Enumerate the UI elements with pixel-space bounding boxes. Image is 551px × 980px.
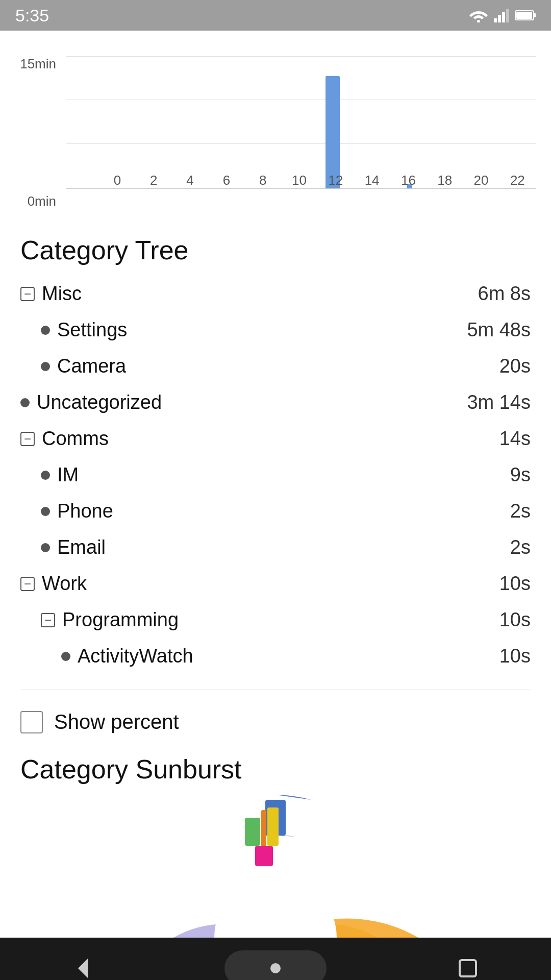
sunburst-chart <box>20 795 531 938</box>
svg-rect-4 <box>506 9 509 22</box>
tree-label-work: Work <box>42 573 87 595</box>
tree-row-programming[interactable]: Programming 10s <box>20 602 531 638</box>
tree-row-comms[interactable]: Comms 14s <box>20 421 531 457</box>
tree-row-phone: Phone 2s <box>20 493 531 529</box>
category-tree-section: Category Tree Misc 6m 8s Settings 5m 48s… <box>0 225 551 684</box>
signal-icon <box>494 8 509 22</box>
tree-label-settings: Settings <box>57 319 127 341</box>
nav-bar <box>0 938 551 980</box>
x-label-12: 12 <box>328 173 343 188</box>
sunburst-title: Category Sunburst <box>20 754 531 785</box>
svg-rect-3 <box>502 12 505 22</box>
svg-marker-14 <box>78 958 88 978</box>
show-percent-label: Show percent <box>54 710 179 733</box>
divider <box>20 690 531 690</box>
sunburst-section: Category Sunburst <box>0 749 551 938</box>
tree-value-programming: 10s <box>499 609 531 631</box>
tree-row-activitywatch: ActivityWatch 10s <box>20 638 531 674</box>
bullet-camera <box>41 362 50 371</box>
tree-value-settings: 5m 48s <box>467 319 531 341</box>
tree-label-im: IM <box>57 464 79 486</box>
tree-value-comms: 14s <box>499 428 531 450</box>
status-time: 5:35 <box>15 6 49 26</box>
tree-value-activitywatch: 10s <box>499 645 531 667</box>
tree-label-comms: Comms <box>42 428 109 450</box>
nav-home-button[interactable] <box>224 950 327 980</box>
tree-row-uncategorized: Uncategorized 3m 14s <box>20 384 531 421</box>
tree-label-phone: Phone <box>57 500 113 522</box>
x-label-14: 14 <box>365 173 380 188</box>
tree-row-misc[interactable]: Misc 6m 8s <box>20 276 531 312</box>
svg-rect-10 <box>245 818 260 846</box>
svg-rect-13 <box>255 846 273 866</box>
svg-rect-11 <box>261 810 266 848</box>
tree-value-misc: 6m 8s <box>478 283 531 305</box>
tree-label-activitywatch: ActivityWatch <box>78 645 193 667</box>
svg-point-0 <box>477 20 480 22</box>
bullet-settings <box>41 326 50 335</box>
nav-back-button[interactable] <box>58 943 109 980</box>
bullet-im <box>41 471 50 480</box>
tree-row-email: Email 2s <box>20 529 531 566</box>
x-label-0: 0 <box>114 173 121 188</box>
tree-label-misc: Misc <box>42 283 82 305</box>
recents-icon <box>457 958 479 979</box>
show-percent-checkbox[interactable] <box>20 711 43 733</box>
bullet-email <box>41 543 50 552</box>
bullet-uncategorized <box>20 398 30 407</box>
battery-icon <box>515 10 536 21</box>
status-bar: 5:35 <box>0 0 551 31</box>
chart-plot: 0 2 4 6 8 10 12 14 16 18 20 22 <box>66 56 536 189</box>
back-icon <box>70 955 96 980</box>
x-label-4: 4 <box>186 173 193 188</box>
svg-rect-12 <box>267 807 279 846</box>
svg-rect-7 <box>516 12 532 19</box>
tree-label-programming: Programming <box>62 609 179 631</box>
x-label-22: 22 <box>510 173 525 188</box>
category-tree-title: Category Tree <box>20 235 531 265</box>
x-label-6: 6 <box>223 173 230 188</box>
tree-label-uncategorized: Uncategorized <box>37 391 162 413</box>
x-label-8: 8 <box>259 173 266 188</box>
collapse-comms-icon[interactable] <box>20 432 35 446</box>
chart-x-labels: 0 2 4 6 8 10 12 14 16 18 20 22 <box>117 168 536 188</box>
tree-value-im: 9s <box>510 464 531 486</box>
x-label-18: 18 <box>437 173 452 188</box>
bullet-phone <box>41 507 50 516</box>
sunburst-svg <box>97 795 454 938</box>
x-label-20: 20 <box>474 173 489 188</box>
tree-row-work[interactable]: Work 10s <box>20 566 531 602</box>
bullet-activitywatch <box>61 652 70 661</box>
tree-row-settings: Settings 5m 48s <box>20 312 531 348</box>
tree-label-email: Email <box>57 536 106 558</box>
y-label-bottom: 0min <box>28 193 56 209</box>
tree-value-work: 10s <box>499 573 531 595</box>
home-dot-icon <box>270 963 281 973</box>
tree-row-camera: Camera 20s <box>20 348 531 384</box>
tree-label-camera: Camera <box>57 355 126 377</box>
tree-value-camera: 20s <box>499 355 531 377</box>
svg-rect-2 <box>498 15 501 22</box>
chart-y-labels: 15min 0min <box>15 56 61 209</box>
svg-rect-1 <box>494 18 497 22</box>
x-label-2: 2 <box>150 173 157 188</box>
bar-chart: 15min 0min 0 2 4 6 8 10 12 14 <box>0 31 551 225</box>
collapse-programming-icon[interactable] <box>41 613 55 627</box>
status-icons <box>469 8 536 22</box>
collapse-misc-icon[interactable] <box>20 287 35 301</box>
x-label-10: 10 <box>292 173 307 188</box>
grid-line-low <box>66 143 536 144</box>
grid-line-top <box>66 56 536 57</box>
nav-recents-button[interactable] <box>442 943 493 980</box>
y-label-top: 15min <box>20 56 56 72</box>
svg-rect-15 <box>460 960 476 976</box>
show-percent-row[interactable]: Show percent <box>0 695 551 749</box>
x-label-16: 16 <box>401 173 416 188</box>
tree-value-phone: 2s <box>510 500 531 522</box>
wifi-icon <box>469 8 488 22</box>
svg-rect-6 <box>534 13 536 17</box>
svg-point-8 <box>214 876 337 938</box>
tree-value-uncategorized: 3m 14s <box>467 391 531 413</box>
grid-line-mid <box>66 100 536 100</box>
collapse-work-icon[interactable] <box>20 577 35 591</box>
